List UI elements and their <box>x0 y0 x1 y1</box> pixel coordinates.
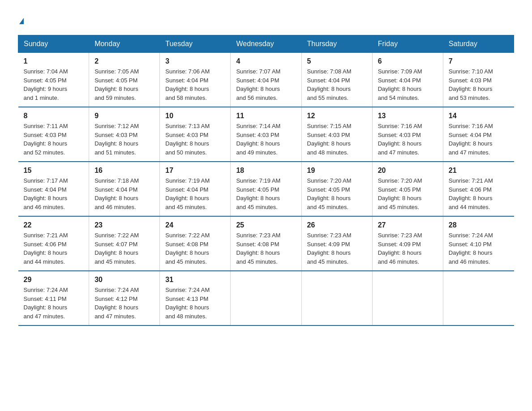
day-number: 26 <box>307 221 367 229</box>
day-number: 14 <box>449 112 509 120</box>
header-monday: Monday <box>89 35 160 53</box>
calendar-body: 1Sunrise: 7:04 AMSunset: 4:05 PMDaylight… <box>18 53 514 326</box>
day-info: Sunrise: 7:16 AMSunset: 4:04 PMDaylight:… <box>449 122 509 157</box>
calendar-cell: 5Sunrise: 7:08 AMSunset: 4:04 PMDaylight… <box>301 53 372 107</box>
day-info: Sunrise: 7:06 AMSunset: 4:04 PMDaylight:… <box>165 67 225 102</box>
header-friday: Friday <box>372 35 443 53</box>
day-info: Sunrise: 7:08 AMSunset: 4:04 PMDaylight:… <box>307 67 367 102</box>
calendar-cell: 25Sunrise: 7:23 AMSunset: 4:08 PMDayligh… <box>231 216 301 271</box>
header-sunday: Sunday <box>18 35 89 53</box>
day-info: Sunrise: 7:18 AMSunset: 4:04 PMDaylight:… <box>94 176 154 211</box>
calendar-cell: 20Sunrise: 7:20 AMSunset: 4:05 PMDayligh… <box>372 162 443 216</box>
calendar-cell: 27Sunrise: 7:23 AMSunset: 4:09 PMDayligh… <box>372 216 443 271</box>
day-info: Sunrise: 7:24 AMSunset: 4:13 PMDaylight:… <box>165 286 225 321</box>
calendar-cell: 21Sunrise: 7:21 AMSunset: 4:06 PMDayligh… <box>443 162 514 216</box>
day-number: 30 <box>94 276 154 284</box>
calendar-cell <box>372 271 443 325</box>
day-info: Sunrise: 7:16 AMSunset: 4:03 PMDaylight:… <box>378 122 438 157</box>
calendar-cell <box>301 271 372 325</box>
calendar-cell: 4Sunrise: 7:07 AMSunset: 4:04 PMDaylight… <box>231 53 301 107</box>
calendar-cell: 1Sunrise: 7:04 AMSunset: 4:05 PMDaylight… <box>18 53 89 107</box>
calendar-cell: 11Sunrise: 7:14 AMSunset: 4:03 PMDayligh… <box>231 107 301 162</box>
day-info: Sunrise: 7:23 AMSunset: 4:08 PMDaylight:… <box>236 231 296 266</box>
day-number: 10 <box>165 112 225 120</box>
calendar-cell: 14Sunrise: 7:16 AMSunset: 4:04 PMDayligh… <box>443 107 514 162</box>
day-number: 19 <box>307 167 367 175</box>
logo-triangle-icon <box>19 18 24 24</box>
calendar-cell: 28Sunrise: 7:24 AMSunset: 4:10 PMDayligh… <box>443 216 514 271</box>
calendar-cell: 31Sunrise: 7:24 AMSunset: 4:13 PMDayligh… <box>160 271 231 325</box>
calendar-cell <box>231 271 301 325</box>
calendar-header-row: SundayMondayTuesdayWednesdayThursdayFrid… <box>18 35 514 53</box>
day-info: Sunrise: 7:23 AMSunset: 4:09 PMDaylight:… <box>307 231 367 266</box>
day-number: 5 <box>307 57 367 65</box>
day-number: 12 <box>307 112 367 120</box>
calendar-cell: 8Sunrise: 7:11 AMSunset: 4:03 PMDaylight… <box>18 107 89 162</box>
day-number: 21 <box>449 167 509 175</box>
day-info: Sunrise: 7:19 AMSunset: 4:05 PMDaylight:… <box>236 176 296 211</box>
day-number: 31 <box>165 276 225 284</box>
calendar-cell: 30Sunrise: 7:24 AMSunset: 4:12 PMDayligh… <box>89 271 160 325</box>
day-info: Sunrise: 7:07 AMSunset: 4:04 PMDaylight:… <box>236 67 296 102</box>
calendar-cell: 15Sunrise: 7:17 AMSunset: 4:04 PMDayligh… <box>18 162 89 216</box>
calendar-cell: 10Sunrise: 7:13 AMSunset: 4:03 PMDayligh… <box>160 107 231 162</box>
calendar-cell: 6Sunrise: 7:09 AMSunset: 4:04 PMDaylight… <box>372 53 443 107</box>
header-tuesday: Tuesday <box>160 35 231 53</box>
calendar-cell: 26Sunrise: 7:23 AMSunset: 4:09 PMDayligh… <box>301 216 372 271</box>
day-info: Sunrise: 7:19 AMSunset: 4:04 PMDaylight:… <box>165 176 225 211</box>
day-number: 20 <box>378 167 438 175</box>
calendar-cell <box>443 271 514 325</box>
day-info: Sunrise: 7:21 AMSunset: 4:06 PMDaylight:… <box>24 231 84 266</box>
calendar-week-2: 8Sunrise: 7:11 AMSunset: 4:03 PMDaylight… <box>18 107 514 162</box>
day-number: 17 <box>165 167 225 175</box>
header-saturday: Saturday <box>443 35 514 53</box>
day-info: Sunrise: 7:12 AMSunset: 4:03 PMDaylight:… <box>94 122 154 157</box>
day-number: 11 <box>236 112 296 120</box>
calendar-cell: 16Sunrise: 7:18 AMSunset: 4:04 PMDayligh… <box>89 162 160 216</box>
day-info: Sunrise: 7:10 AMSunset: 4:03 PMDaylight:… <box>449 67 509 102</box>
day-info: Sunrise: 7:09 AMSunset: 4:04 PMDaylight:… <box>378 67 438 102</box>
header-thursday: Thursday <box>301 35 372 53</box>
day-info: Sunrise: 7:13 AMSunset: 4:03 PMDaylight:… <box>165 122 225 157</box>
day-number: 9 <box>94 112 154 120</box>
day-number: 6 <box>378 57 438 65</box>
calendar-cell: 12Sunrise: 7:15 AMSunset: 4:03 PMDayligh… <box>301 107 372 162</box>
calendar-cell: 18Sunrise: 7:19 AMSunset: 4:05 PMDayligh… <box>231 162 301 216</box>
day-info: Sunrise: 7:20 AMSunset: 4:05 PMDaylight:… <box>307 176 367 211</box>
day-number: 22 <box>24 221 84 229</box>
calendar-cell: 13Sunrise: 7:16 AMSunset: 4:03 PMDayligh… <box>372 107 443 162</box>
day-number: 3 <box>165 57 225 65</box>
day-number: 24 <box>165 221 225 229</box>
calendar-cell: 29Sunrise: 7:24 AMSunset: 4:11 PMDayligh… <box>18 271 89 325</box>
day-info: Sunrise: 7:05 AMSunset: 4:05 PMDaylight:… <box>94 67 154 102</box>
day-number: 29 <box>24 276 84 284</box>
day-info: Sunrise: 7:24 AMSunset: 4:11 PMDaylight:… <box>24 286 84 321</box>
day-info: Sunrise: 7:21 AMSunset: 4:06 PMDaylight:… <box>449 176 509 211</box>
day-info: Sunrise: 7:11 AMSunset: 4:03 PMDaylight:… <box>24 122 84 157</box>
calendar-cell: 7Sunrise: 7:10 AMSunset: 4:03 PMDaylight… <box>443 53 514 107</box>
calendar-week-5: 29Sunrise: 7:24 AMSunset: 4:11 PMDayligh… <box>18 271 514 325</box>
day-number: 4 <box>236 57 296 65</box>
calendar-cell: 9Sunrise: 7:12 AMSunset: 4:03 PMDaylight… <box>89 107 160 162</box>
page-header <box>18 13 514 26</box>
day-number: 28 <box>449 221 509 229</box>
day-number: 7 <box>449 57 509 65</box>
day-info: Sunrise: 7:23 AMSunset: 4:09 PMDaylight:… <box>378 231 438 266</box>
calendar-table: SundayMondayTuesdayWednesdayThursdayFrid… <box>18 35 514 326</box>
day-info: Sunrise: 7:24 AMSunset: 4:12 PMDaylight:… <box>94 286 154 321</box>
day-info: Sunrise: 7:04 AMSunset: 4:05 PMDaylight:… <box>24 67 84 102</box>
day-number: 2 <box>94 57 154 65</box>
day-number: 23 <box>94 221 154 229</box>
day-number: 15 <box>24 167 84 175</box>
day-info: Sunrise: 7:22 AMSunset: 4:07 PMDaylight:… <box>94 231 154 266</box>
calendar-cell: 22Sunrise: 7:21 AMSunset: 4:06 PMDayligh… <box>18 216 89 271</box>
day-number: 27 <box>378 221 438 229</box>
day-number: 13 <box>378 112 438 120</box>
day-info: Sunrise: 7:17 AMSunset: 4:04 PMDaylight:… <box>24 176 84 211</box>
calendar-week-4: 22Sunrise: 7:21 AMSunset: 4:06 PMDayligh… <box>18 216 514 271</box>
calendar-week-3: 15Sunrise: 7:17 AMSunset: 4:04 PMDayligh… <box>18 162 514 216</box>
calendar-header: SundayMondayTuesdayWednesdayThursdayFrid… <box>18 35 514 53</box>
day-number: 1 <box>24 57 84 65</box>
calendar-cell: 2Sunrise: 7:05 AMSunset: 4:05 PMDaylight… <box>89 53 160 107</box>
day-number: 18 <box>236 167 296 175</box>
